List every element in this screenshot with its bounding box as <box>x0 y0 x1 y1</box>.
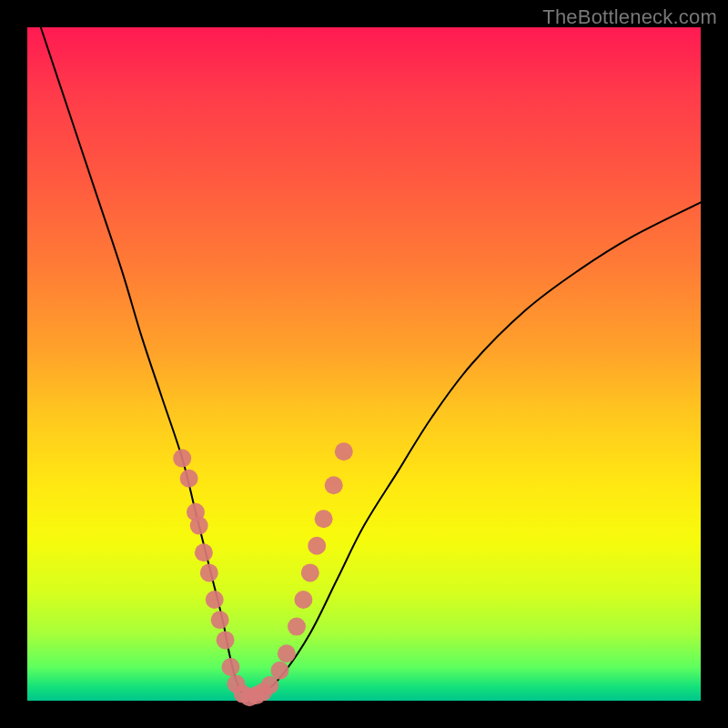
pink-dot <box>211 611 229 629</box>
bottleneck-curve <box>41 27 701 701</box>
pink-dot <box>221 658 239 676</box>
pink-dot <box>195 543 213 561</box>
pink-dot <box>288 618 306 636</box>
chart-stage: TheBottleneck.com <box>0 0 728 728</box>
pink-dot <box>190 517 208 535</box>
pink-dot <box>180 470 198 488</box>
pink-dot <box>335 442 353 460</box>
watermark-text: TheBottleneck.com <box>542 5 717 29</box>
pink-dot <box>200 563 218 581</box>
plot-area <box>27 27 701 701</box>
pink-dot <box>294 591 312 609</box>
pink-dot-cluster <box>173 442 353 706</box>
pink-dot <box>260 676 278 694</box>
curve-layer <box>27 27 701 701</box>
pink-dot <box>315 510 333 528</box>
pink-dot <box>206 591 224 609</box>
pink-dot <box>173 450 191 468</box>
pink-dot <box>271 662 289 680</box>
pink-dot <box>301 563 319 581</box>
pink-dot <box>278 644 296 662</box>
pink-dot <box>308 537 326 555</box>
pink-dot <box>217 631 235 649</box>
pink-dot <box>325 476 343 494</box>
